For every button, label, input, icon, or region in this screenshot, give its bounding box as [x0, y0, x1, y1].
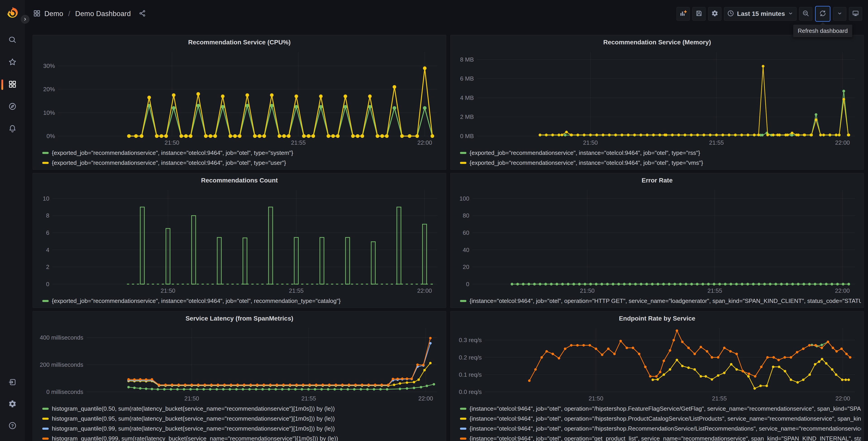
timeseries-chart[interactable]: 0.0 req/s0.1 req/s0.2 req/s0.3 req/s21:5…: [453, 324, 861, 403]
dashboard-settings-button[interactable]: [708, 7, 721, 21]
panel-title[interactable]: Recommendations Count: [35, 175, 443, 186]
svg-text:21:50: 21:50: [184, 395, 199, 402]
svg-text:2: 2: [46, 264, 49, 270]
tv-mode-button[interactable]: [849, 7, 862, 21]
grafana-logo[interactable]: [5, 6, 20, 21]
bar-chart[interactable]: 024681021:5021:5522:00: [35, 186, 443, 295]
legend-item[interactable]: {instance="otelcol:9464", job="otel", op…: [460, 296, 861, 306]
save-dashboard-button[interactable]: [692, 7, 706, 21]
legend-item[interactable]: {instance="otelcol:9464", job="otel", op…: [460, 404, 861, 414]
legend-item[interactable]: histogram_quantile(0.95, sum(rate(latenc…: [42, 414, 443, 423]
legend-item[interactable]: {instance="otelcol:9464", job="otel", op…: [460, 414, 861, 423]
legend-swatch: [42, 162, 49, 164]
timeseries-chart[interactable]: 0 milliseconds200 milliseconds400 millis…: [35, 324, 443, 403]
timeseries-chart[interactable]: 0 MB2 MB4 MB6 MB8 MB21:5021:5522:00: [453, 48, 861, 147]
zoom-out-button[interactable]: [799, 7, 812, 21]
add-panel-icon: [680, 10, 687, 18]
timeseries-chart[interactable]: 02040608010021:5021:5522:00: [453, 186, 861, 295]
monitor-icon: [852, 10, 859, 18]
svg-text:100: 100: [460, 195, 469, 202]
time-range-label: Last 15 minutes: [737, 10, 785, 18]
clock-icon: [727, 10, 734, 18]
svg-text:0: 0: [466, 281, 469, 288]
legend-item[interactable]: {instance="otelcol:9464", job="otel", op…: [460, 434, 861, 441]
legend-item[interactable]: {exported_job="recommendationservice", i…: [42, 296, 443, 306]
breadcrumb-section[interactable]: Demo: [44, 10, 63, 18]
legend-item[interactable]: histogram_quantile(0.999, sum(rate(laten…: [42, 434, 443, 441]
svg-text:21:50: 21:50: [164, 139, 179, 146]
share-icon[interactable]: [138, 9, 146, 18]
sidebar-item-help[interactable]: ?: [8, 421, 17, 431]
timeseries-chart[interactable]: 0%10%20%30%21:5021:5522:00: [35, 48, 443, 147]
help-icon: ?: [8, 421, 17, 431]
svg-text:20%: 20%: [43, 86, 55, 93]
svg-text:80: 80: [463, 212, 469, 219]
toolbar: Last 15 minutes Refresh dashboard: [677, 6, 862, 22]
legend-swatch: [42, 418, 49, 420]
svg-text:30%: 30%: [43, 62, 55, 69]
panel-title[interactable]: Recommendation Service (CPU%): [35, 37, 443, 48]
legend-item[interactable]: {exported_job="recommendationservice", i…: [42, 148, 443, 158]
legend-swatch: [460, 152, 466, 154]
star-icon: [8, 58, 17, 67]
panel-title[interactable]: Recommendation Service (Memory): [453, 37, 861, 48]
svg-text:22:00: 22:00: [417, 287, 432, 294]
sidebar-item-starred[interactable]: [8, 58, 17, 67]
legend-swatch: [42, 152, 49, 154]
legend-item[interactable]: histogram_quantile(0.50, sum(rate(latenc…: [42, 404, 443, 414]
legend-item[interactable]: {exported_job="recommendationservice", i…: [42, 158, 443, 168]
svg-text:0 MB: 0 MB: [460, 133, 474, 140]
panel-title[interactable]: Service Latency (from SpanMetrics): [35, 313, 443, 324]
panel-recommendation-memory: Recommendation Service (Memory) 0 MB2 MB…: [450, 35, 864, 170]
legend: {instance="otelcol:9464", job="otel", op…: [453, 403, 861, 441]
refresh-interval-dropdown[interactable]: [833, 7, 846, 21]
sidebar-item-configuration[interactable]: [8, 400, 17, 409]
sidebar-item-alerting[interactable]: [8, 124, 17, 134]
legend-label: {instance="otelcol:9464", job="otel", op…: [469, 435, 861, 441]
chevron-down-icon: [837, 10, 843, 17]
svg-text:40: 40: [463, 246, 469, 253]
panel-title[interactable]: Error Rate: [453, 175, 861, 186]
sidebar-item-sign-in[interactable]: [8, 378, 17, 387]
legend-label: {instance="otelcol:9464", job="otel", op…: [469, 425, 861, 432]
legend-label: {instance="otelcol:9464", job="otel", op…: [469, 415, 861, 422]
svg-text:21:50: 21:50: [583, 139, 598, 146]
legend-label: {exported_job="recommendationservice", i…: [469, 159, 703, 167]
legend-item[interactable]: histogram_quantile(0.99, sum(rate(latenc…: [42, 423, 443, 434]
legend: {instance="otelcol:9464", job="otel", op…: [453, 295, 861, 306]
svg-text:21:55: 21:55: [301, 395, 316, 402]
legend-item[interactable]: {instance="otelcol:9464", job="otel", op…: [460, 423, 861, 434]
sidebar-item-search[interactable]: [8, 36, 17, 45]
svg-text:60: 60: [463, 229, 469, 236]
refresh-tooltip: Refresh dashboard: [793, 25, 852, 37]
svg-text:21:55: 21:55: [291, 139, 306, 146]
svg-text:22:00: 22:00: [418, 395, 433, 402]
svg-text:21:55: 21:55: [712, 395, 727, 402]
add-panel-button[interactable]: [677, 7, 690, 21]
legend-label: histogram_quantile(0.99, sum(rate(latenc…: [52, 425, 335, 432]
panel-service-latency: Service Latency (from SpanMetrics) 0 mil…: [33, 311, 446, 441]
svg-text:8: 8: [46, 212, 49, 219]
apps-grid-icon: [8, 80, 17, 89]
panel-title[interactable]: Endpoint Rate by Service: [453, 313, 861, 324]
legend-swatch: [42, 428, 49, 430]
legend: {exported_job="recommendationservice", i…: [453, 147, 861, 168]
svg-text:21:55: 21:55: [707, 287, 722, 294]
legend: histogram_quantile(0.50, sum(rate(latenc…: [35, 403, 443, 441]
legend-swatch: [460, 428, 466, 430]
svg-text:2 MB: 2 MB: [460, 113, 474, 120]
legend-item[interactable]: {exported_job="recommendationservice", i…: [460, 158, 861, 168]
svg-text:0.1 req/s: 0.1 req/s: [459, 371, 482, 378]
refresh-button[interactable]: [816, 7, 829, 21]
time-range-picker[interactable]: Last 15 minutes: [724, 7, 797, 21]
sidebar-item-explore[interactable]: [8, 102, 17, 111]
refresh-icon: [819, 10, 826, 18]
apps-grid-icon: [33, 9, 41, 18]
sidebar-expand-button[interactable]: [21, 15, 29, 24]
legend-item[interactable]: {exported_job="recommendationservice", i…: [460, 148, 861, 158]
sidebar-item-dashboards[interactable]: [8, 80, 17, 89]
gear-icon: [711, 10, 718, 18]
svg-text:200 milliseconds: 200 milliseconds: [40, 361, 83, 368]
svg-text:?: ?: [11, 423, 14, 428]
legend-label: {instance="otelcol:9464", job="otel", op…: [469, 405, 861, 412]
